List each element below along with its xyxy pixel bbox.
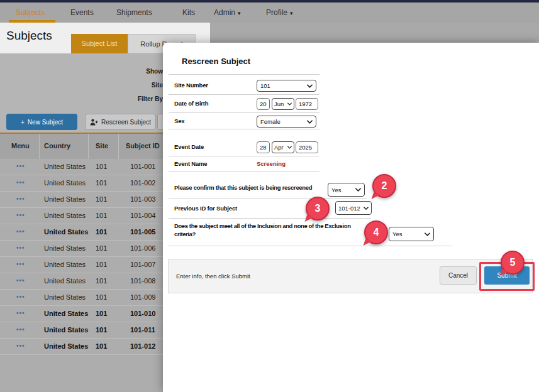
event-date-month-select[interactable]: Apr [272, 141, 294, 153]
col-site: Site [96, 142, 108, 150]
previous-id-value: 101-012 [338, 205, 360, 212]
dob-year-input[interactable]: 1972 [296, 98, 318, 110]
divider [169, 218, 371, 219]
callout-badge-5: 5 [501, 251, 525, 275]
event-name-label: Event Name [174, 160, 207, 167]
row-menu-icon[interactable]: ••• [16, 261, 25, 268]
row-menu-icon[interactable]: ••• [16, 326, 25, 333]
previous-id-select[interactable]: 101-012 [335, 201, 372, 215]
confirm-rescreen-select[interactable]: Yes [328, 183, 365, 197]
chevron-down-icon [307, 120, 313, 124]
callout-badge-4: 4 [364, 220, 388, 244]
row-menu-icon[interactable]: ••• [16, 244, 25, 251]
sex-value: Female [260, 118, 281, 125]
filter-label-show: Show [146, 68, 163, 75]
row-subject-id: 101-008 [130, 277, 155, 285]
row-subject-id: 101-009 [130, 293, 155, 301]
event-date-day-input[interactable]: 28 [257, 141, 270, 153]
row-subject-id: 101-003 [130, 195, 155, 203]
callout-number: 4 [374, 227, 379, 238]
dob-month-select[interactable]: Jun [272, 98, 294, 110]
event-date-year-value: 2025 [299, 144, 312, 151]
row-site: 101 [96, 293, 107, 301]
tab-subject-list[interactable]: Subject List [71, 34, 128, 53]
event-date-month-value: Apr [274, 144, 284, 151]
new-subject-button[interactable]: + New Subject [6, 114, 77, 130]
divider [169, 94, 320, 95]
callout-number: 2 [382, 180, 387, 192]
row-country: United States [44, 212, 86, 219]
row-subject-id: 101-012 [130, 342, 155, 350]
row-menu-icon[interactable]: ••• [16, 293, 25, 300]
event-date-year-input[interactable]: 2025 [296, 141, 318, 153]
row-country: United States [44, 195, 86, 203]
col-subject-id: Subject ID [126, 142, 160, 150]
row-country: United States [44, 342, 88, 350]
footer-hint: Enter info, then click Submit [176, 273, 250, 280]
modal-footer: Enter info, then click Submit Cancel [168, 259, 533, 293]
nav-item-admin-label: Admin [214, 8, 235, 17]
criteria-label: Does the subject meet all of the Inclusi… [174, 222, 369, 238]
callout-badge-3: 3 [306, 197, 330, 220]
criteria-select[interactable]: Yes [389, 227, 434, 241]
chevron-down-icon [287, 102, 292, 106]
dob-month-value: Jun [274, 101, 284, 107]
row-menu-icon[interactable]: ••• [16, 163, 25, 170]
divider [169, 246, 452, 246]
rescreen-subject-modal: Rescreen Subject Site Number 101 Date of… [163, 43, 539, 392]
nav-item-shipments[interactable]: Shipments [116, 3, 152, 23]
row-country: United States [44, 179, 86, 187]
row-country: United States [44, 244, 86, 252]
row-menu-icon[interactable]: ••• [16, 228, 25, 235]
cancel-button[interactable]: Cancel [440, 266, 477, 285]
app-screen: Subjects Events Shipments Kits Admin▾ Pr… [0, 0, 539, 392]
nav-item-kits[interactable]: Kits [182, 3, 195, 23]
row-menu-icon[interactable]: ••• [16, 277, 25, 284]
row-menu-icon[interactable]: ••• [16, 195, 25, 202]
sex-select[interactable]: Female [257, 116, 316, 128]
divider [169, 74, 320, 75]
row-site: 101 [96, 163, 107, 170]
row-subject-id: 101-006 [130, 244, 155, 252]
divider [169, 129, 320, 129]
event-date-day-value: 28 [260, 144, 267, 151]
callout-badge-2: 2 [372, 174, 396, 198]
nav-item-profile[interactable]: Profile▾ [266, 3, 293, 23]
row-site: 101 [96, 244, 107, 252]
site-number-select[interactable]: 101 [257, 80, 316, 92]
row-site: 101 [96, 326, 107, 334]
chevron-down-icon [307, 84, 313, 88]
row-country: United States [44, 277, 86, 285]
divider [169, 112, 320, 113]
row-menu-icon[interactable]: ••• [16, 310, 25, 317]
chevron-down-icon [287, 146, 292, 149]
nav-item-profile-label: Profile [266, 8, 287, 17]
modal-title: Rescreen Subject [182, 57, 250, 66]
sex-label: Sex [174, 117, 184, 124]
row-site: 101 [96, 342, 107, 350]
row-subject-id: 101-002 [130, 179, 155, 187]
row-country: United States [44, 310, 88, 317]
chevron-down-icon [425, 232, 430, 236]
filter-label-site: Site [152, 82, 163, 89]
row-menu-icon[interactable]: ••• [16, 342, 25, 349]
dob-day-input[interactable]: 20 [257, 98, 270, 110]
nav-item-events[interactable]: Events [70, 3, 94, 23]
chevron-down-icon: ▾ [238, 10, 241, 16]
callout-number: 5 [510, 257, 516, 268]
confirm-rescreen-label: Please confirm that this subject is bein… [174, 184, 312, 191]
rescreen-subject-button[interactable]: Rescreen Subject [85, 114, 156, 130]
event-date-label: Event Date [174, 143, 204, 150]
row-country: United States [44, 261, 86, 268]
row-subject-id: 101-011 [130, 326, 155, 334]
confirm-rescreen-value: Yes [331, 187, 342, 193]
callout-number: 3 [315, 203, 321, 214]
nav-item-admin[interactable]: Admin▾ [214, 3, 241, 23]
col-country: Country [44, 142, 70, 150]
row-subject-id: 101-005 [130, 228, 155, 236]
dob-label: Date of Birth [174, 100, 208, 107]
row-menu-icon[interactable]: ••• [16, 179, 25, 186]
row-subject-id: 101-001 [130, 163, 155, 170]
row-site: 101 [96, 261, 107, 268]
row-menu-icon[interactable]: ••• [16, 212, 25, 219]
